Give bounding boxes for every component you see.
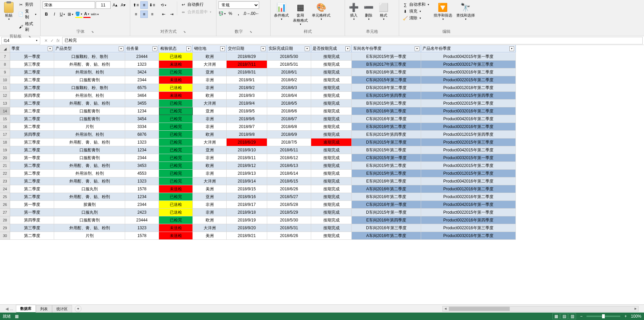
cell-ontime[interactable]: 按期完成	[311, 185, 352, 193]
cell-actual-date[interactable]: 2018/5/30	[267, 53, 311, 61]
cell-delivery-date[interactable]: 2018/9/21	[227, 232, 267, 240]
cell-quarter[interactable]: 第二季度	[10, 115, 54, 123]
cut-button[interactable]: ✂剪切	[17, 1, 38, 8]
cell-task-amount[interactable]: 1234	[125, 146, 159, 154]
view-page-break-button[interactable]: ▥	[569, 313, 576, 319]
cell-product-type[interactable]: 口服丸剂	[54, 185, 125, 193]
cell-product-name[interactable]: Product0032016年第二季度	[421, 232, 516, 240]
cell-product-type[interactable]: 外用酊、膏、贴、粉剂	[54, 162, 125, 170]
cell-product-name[interactable]: Product0042015年第一季度	[421, 53, 516, 61]
cell-task-amount[interactable]: 1323	[125, 61, 159, 68]
cell-quarter[interactable]: 第二季度	[10, 170, 54, 177]
cell-ontime[interactable]: 按期完成	[311, 100, 352, 107]
cell-product-type[interactable]: 外用酊、膏、贴、粉剂	[54, 100, 125, 107]
italic-button[interactable]: I	[51, 10, 58, 18]
cell-delivery-date[interactable]: 2018/9/6	[227, 115, 267, 123]
cell-workshop[interactable]: E车间2016年第二季度	[352, 123, 421, 131]
cell-status[interactable]: 已检完	[159, 216, 193, 224]
decrease-indent-button[interactable]: ⇤	[160, 10, 167, 18]
cell-task-amount[interactable]: 1578	[125, 185, 159, 193]
cell-product-name[interactable]: Product0042016年第二季度	[421, 177, 516, 185]
row-header[interactable]: 11	[0, 84, 10, 92]
cell-workshop[interactable]: C车间2015年第一季度	[352, 154, 421, 162]
cell-ontime[interactable]: 按期完成	[311, 146, 352, 154]
cell-task-amount[interactable]: 2344	[125, 201, 159, 209]
cell-quarter[interactable]: 第三季度	[10, 138, 54, 146]
accounting-format-button[interactable]: 💱▼	[218, 10, 226, 17]
cell-actual-date[interactable]: 2018/6/5	[267, 100, 311, 107]
cell-workshop[interactable]: D车间2018年第二季度	[352, 84, 421, 92]
cell-product-type[interactable]: 胶囊剂	[54, 201, 125, 209]
sheet-tab-active[interactable]: 数据库	[16, 305, 36, 313]
row-header[interactable]: 14	[0, 107, 10, 115]
row-header[interactable]: 18	[0, 138, 10, 146]
cell-delivery-date[interactable]: 2018/9/18	[227, 209, 267, 216]
column-header[interactable]: 检验状态▼	[159, 45, 193, 52]
cell-ontime[interactable]: 按期完成	[311, 68, 352, 76]
fx-icon[interactable]: fx	[56, 38, 60, 43]
enter-icon[interactable]: ✓	[50, 38, 54, 43]
increase-decimal-button[interactable]: .0→	[243, 10, 250, 17]
cell-product-type[interactable]: 口服丸剂	[54, 209, 125, 216]
row-header[interactable]: 17	[0, 131, 10, 138]
row-header[interactable]: 25	[0, 193, 10, 201]
filter-button[interactable]: ▼	[153, 46, 157, 51]
cell-status[interactable]: 已检完	[159, 177, 193, 185]
cell-workshop[interactable]: B车间2015年第二季度	[352, 100, 421, 107]
autosum-button[interactable]: ∑自动求和▼	[401, 1, 431, 8]
cell-ontime[interactable]: 按期完成	[311, 92, 352, 100]
cell-actual-date[interactable]: 2018/6/11	[267, 146, 311, 154]
cell-delivery-date[interactable]: 2018/9/1	[227, 76, 267, 84]
copy-button[interactable]: 📄复制▼	[17, 8, 38, 20]
cell-ontime[interactable]: 按期完成	[311, 53, 352, 61]
cell-quarter[interactable]: 第二季度	[10, 193, 54, 201]
cell-product-name[interactable]: Product0022016年第三季度	[421, 224, 516, 232]
cell-product-type[interactable]: 外用涂剂、栓剂	[54, 68, 125, 76]
cell-destination[interactable]: 非洲	[193, 76, 227, 84]
cell-product-type[interactable]: 片剂	[54, 232, 125, 240]
cell-ontime[interactable]: 按期完成	[311, 123, 352, 131]
column-header[interactable]: 是否按期完成▼	[311, 45, 352, 52]
column-header[interactable]: 实际完成日期▼	[267, 45, 311, 52]
format-as-table-button[interactable]: ▦套用 表格格式▼	[292, 1, 309, 26]
fill-button[interactable]: ⬇填充▼	[401, 8, 431, 15]
cell-workshop[interactable]: D车间2015年第一季度	[352, 209, 421, 216]
cell-workshop[interactable]: C车间2016年第一季度	[352, 201, 421, 209]
cell-product-type[interactable]: 口服酊膏剂	[54, 154, 125, 162]
cell-destination[interactable]: 非洲	[193, 123, 227, 131]
cell-quarter[interactable]: 第一季度	[10, 209, 54, 216]
format-button[interactable]: ⬜格式▼	[377, 1, 390, 21]
cell-task-amount[interactable]: 3454	[125, 115, 159, 123]
cell-actual-date[interactable]: 2018/6/1	[267, 68, 311, 76]
cell-product-type[interactable]: 外用酊、膏、贴、粉剂	[54, 138, 125, 146]
cell-quarter[interactable]: 第二季度	[10, 146, 54, 154]
cell-ontime[interactable]: 按期完成	[311, 76, 352, 84]
cell-delivery-date[interactable]: 2018/9/16	[227, 193, 267, 201]
row-header[interactable]: 26	[0, 201, 10, 209]
cell-quarter[interactable]: 第一季度	[10, 53, 54, 61]
cell-status[interactable]: 已检完	[159, 146, 193, 154]
cell-actual-date[interactable]: 2018/6/4	[267, 92, 311, 100]
cell-task-amount[interactable]: 2344	[125, 76, 159, 84]
cell-workshop[interactable]: E车间2016年第四季度	[352, 216, 421, 224]
cell-delivery-date[interactable]: 2018/9/5	[227, 107, 267, 115]
orientation-button[interactable]: ⟲▼	[160, 1, 167, 9]
row-header[interactable]: 28	[0, 216, 10, 224]
tab-nav-prev[interactable]: ◀	[5, 306, 8, 311]
cell-ontime[interactable]: 逾期完成	[311, 138, 352, 146]
cell-product-name[interactable]: Product0042016年第一季度	[421, 201, 516, 209]
cell-workshop[interactable]: B车间2017年第三季度	[352, 61, 421, 68]
cancel-icon[interactable]: ✕	[44, 38, 48, 43]
cell-destination[interactable]: 非洲	[193, 84, 227, 92]
cell-ontime[interactable]: 按期完成	[311, 209, 352, 216]
filter-button[interactable]: ▼	[415, 46, 419, 51]
sort-filter-button[interactable]: 🔽排序和筛选▼	[432, 1, 454, 21]
cell-quarter[interactable]: 第四季度	[10, 131, 54, 138]
cell-workshop[interactable]: B车间2016年第二季度	[352, 193, 421, 201]
filter-button[interactable]: ▼	[48, 46, 52, 51]
row-header[interactable]: 8	[0, 61, 10, 68]
column-header[interactable]: 产品类型▼	[54, 45, 125, 52]
cell-product-name[interactable]: Product0022015年第二季度	[421, 100, 516, 107]
cell-status[interactable]: 未送检	[159, 224, 193, 232]
cell-ontime[interactable]: 按期完成	[311, 170, 352, 177]
